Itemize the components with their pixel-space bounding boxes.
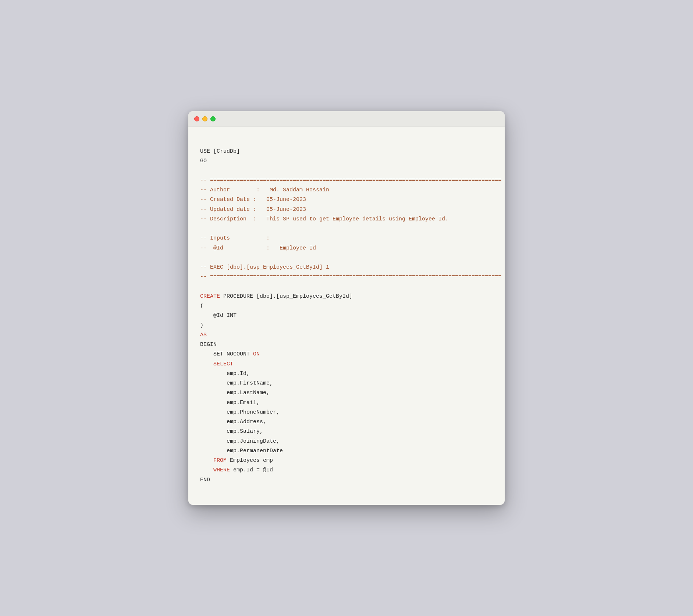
col9: emp.PermanentDate: [200, 448, 283, 454]
select-keyword: SELECT: [200, 361, 233, 367]
end-keyword: END: [200, 477, 210, 483]
code-editor[interactable]: USE [CrudDb] GO -- =====================…: [188, 127, 505, 505]
col6: emp.Address,: [200, 419, 266, 425]
titlebar: [188, 111, 505, 127]
code-window: USE [CrudDb] GO -- =====================…: [188, 111, 505, 505]
go-statement: GO: [200, 158, 207, 164]
created-comment: -- Created Date : 05-June-2023: [200, 197, 306, 203]
author-comment: -- Author : Md. Saddam Hossain: [200, 187, 329, 193]
separator1: -- =====================================…: [200, 177, 501, 184]
description-comment: -- Description : This SP used to get Emp…: [200, 216, 448, 222]
close-paren: ): [200, 322, 203, 329]
col8: emp.JoiningDate,: [200, 438, 280, 445]
param-id: @Id INT: [200, 312, 237, 319]
inputs-id-comment: -- @Id : Employee Id: [200, 245, 316, 251]
minimize-button[interactable]: [202, 116, 207, 121]
set-statement: SET NOCOUNT ON: [200, 351, 260, 357]
col1: emp.Id,: [200, 371, 250, 377]
close-button[interactable]: [194, 116, 199, 121]
create-keyword: CREATE: [200, 293, 220, 300]
inputs-header-comment: -- Inputs :: [200, 235, 270, 241]
col3: emp.LastName,: [200, 390, 270, 396]
separator2: -- =====================================…: [200, 274, 501, 280]
col7: emp.Salary,: [200, 428, 263, 435]
from-statement: FROM Employees emp: [200, 457, 273, 464]
exec-comment: -- EXEC [dbo].[usp_Employees_GetById] 1: [200, 264, 329, 270]
maximize-button[interactable]: [210, 116, 216, 121]
as-keyword: AS: [200, 332, 207, 338]
col5: emp.PhoneNumber,: [200, 409, 280, 415]
use-statement: USE [CrudDb]: [200, 148, 240, 155]
where-statement: WHERE emp.Id = @Id: [200, 467, 273, 473]
procedure-statement: PROCEDURE [dbo].[usp_Employees_GetById]: [220, 293, 352, 300]
col2: emp.FirstName,: [200, 380, 273, 386]
updated-comment: -- Updated date : 05-June-2023: [200, 206, 306, 213]
col4: emp.Email,: [200, 400, 260, 406]
begin-keyword: BEGIN: [200, 341, 217, 348]
open-paren: (: [200, 303, 203, 309]
